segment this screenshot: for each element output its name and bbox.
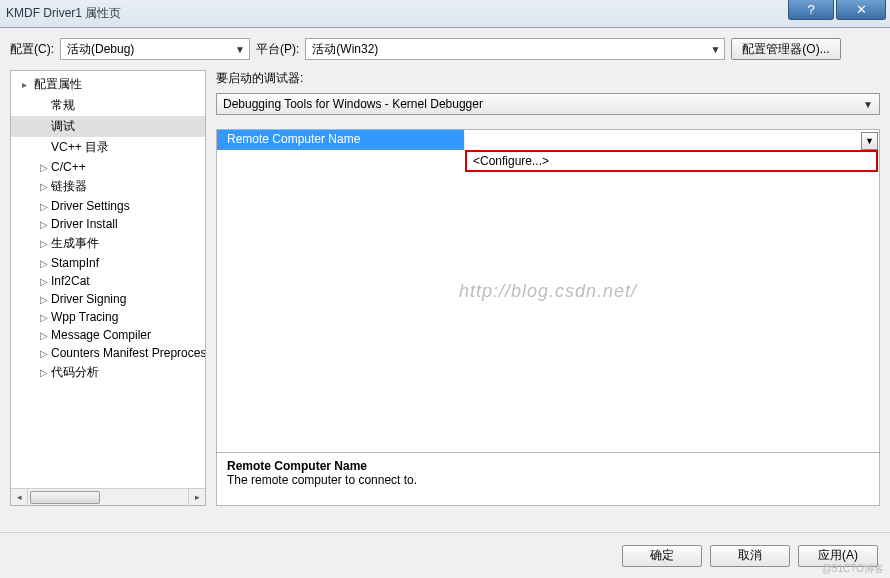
tree-item-label: 代码分析 (51, 365, 99, 379)
tree-item[interactable]: ▷StampInf (11, 254, 205, 272)
debugger-label: 要启动的调试器: (216, 70, 880, 87)
debugger-value: Debugging Tools for Windows - Kernel Deb… (223, 97, 483, 111)
chevron-right-icon: ▷ (39, 162, 49, 173)
chevron-down-icon: ▼ (710, 44, 720, 55)
platform-label: 平台(P): (256, 41, 299, 58)
right-panel: 要启动的调试器: Debugging Tools for Windows - K… (216, 70, 880, 506)
platform-select[interactable]: 活动(Win32) ▼ (305, 38, 725, 60)
tree-item-label: VC++ 目录 (51, 140, 109, 154)
config-manager-label: 配置管理器(O)... (742, 41, 829, 58)
help-desc: The remote computer to connect to. (227, 473, 869, 487)
help-box: Remote Computer Name The remote computer… (216, 452, 880, 506)
chevron-down-icon: ▼ (235, 44, 245, 55)
tree-item[interactable]: VC++ 目录 (11, 137, 205, 158)
tree-item-label: C/C++ (51, 160, 86, 174)
tree-item[interactable]: ▷Wpp Tracing (11, 308, 205, 326)
titlebar-buttons: ? ✕ (788, 0, 890, 27)
tree-item[interactable]: ▷Counters Manifest Preprocessor (11, 344, 205, 362)
grid-row-value-cell[interactable]: ▼ (465, 130, 879, 150)
apply-button[interactable]: 应用(A) (798, 545, 878, 567)
help-icon: ? (807, 2, 814, 17)
tree-item[interactable]: ▷Driver Settings (11, 197, 205, 215)
tree-item-label: Inf2Cat (51, 274, 90, 288)
tree-item[interactable]: ▷Inf2Cat (11, 272, 205, 290)
titlebar: KMDF Driver1 属性页 ? ✕ (0, 0, 890, 28)
tree-root-label: 配置属性 (34, 77, 82, 91)
apply-label: 应用(A) (818, 547, 858, 564)
tree-root[interactable]: ▸ 配置属性 (11, 74, 205, 95)
tree-item[interactable]: ▷Driver Install (11, 215, 205, 233)
property-grid: Remote Computer Name ▼ <Configure...> ht… (216, 129, 880, 453)
close-icon: ✕ (856, 2, 867, 17)
tree: ▸ 配置属性 常规调试VC++ 目录▷C/C++▷链接器▷Driver Sett… (11, 71, 205, 488)
chevron-right-icon: ▷ (39, 238, 49, 249)
tree-item-label: Driver Settings (51, 199, 130, 213)
config-select[interactable]: 活动(Debug) ▼ (60, 38, 250, 60)
chevron-right-icon: ▷ (39, 294, 49, 305)
help-title: Remote Computer Name (227, 459, 869, 473)
tree-item-label: StampInf (51, 256, 99, 270)
config-toolbar: 配置(C): 活动(Debug) ▼ 平台(P): 活动(Win32) ▼ 配置… (0, 28, 890, 70)
window-title: KMDF Driver1 属性页 (6, 5, 121, 22)
tree-item[interactable]: ▷Driver Signing (11, 290, 205, 308)
tree-item-label: Message Compiler (51, 328, 151, 342)
ok-label: 确定 (650, 547, 674, 564)
bottom-button-bar: 确定 取消 应用(A) (0, 532, 890, 578)
config-value: 活动(Debug) (67, 41, 134, 58)
tree-item-label: Counters Manifest Preprocessor (51, 346, 205, 360)
tree-item-label: 调试 (51, 119, 75, 133)
ok-button[interactable]: 确定 (622, 545, 702, 567)
configure-option-label: <Configure...> (473, 154, 549, 168)
cancel-label: 取消 (738, 547, 762, 564)
chevron-down-icon: ▼ (863, 99, 873, 110)
value-dropdown-button[interactable]: ▼ (861, 132, 878, 150)
tree-item[interactable]: 调试 (11, 116, 205, 137)
chevron-right-icon: ▷ (39, 276, 49, 287)
tree-item[interactable]: ▷C/C++ (11, 158, 205, 176)
chevron-right-icon: ▷ (39, 330, 49, 341)
cancel-button[interactable]: 取消 (710, 545, 790, 567)
config-label: 配置(C): (10, 41, 54, 58)
tree-item-label: Wpp Tracing (51, 310, 118, 324)
scroll-thumb[interactable] (30, 491, 100, 504)
tree-item[interactable]: ▷生成事件 (11, 233, 205, 254)
chevron-right-icon: ▷ (39, 367, 49, 378)
tree-item-label: 常规 (51, 98, 75, 112)
chevron-down-icon: ▸ (19, 79, 29, 90)
debugger-row: 要启动的调试器: Debugging Tools for Windows - K… (216, 70, 880, 115)
grid-row-label: Remote Computer Name (217, 130, 465, 150)
tree-item[interactable]: ▷链接器 (11, 176, 205, 197)
help-button[interactable]: ? (788, 0, 834, 20)
tree-horizontal-scrollbar[interactable]: ◂ ▸ (11, 488, 205, 505)
chevron-right-icon: ▷ (39, 219, 49, 230)
watermark: http://blog.csdn.net/ (459, 281, 637, 302)
tree-item[interactable]: ▷Message Compiler (11, 326, 205, 344)
scroll-right-icon[interactable]: ▸ (188, 489, 205, 506)
chevron-right-icon: ▷ (39, 181, 49, 192)
chevron-right-icon: ▷ (39, 348, 49, 359)
configure-dropdown-option[interactable]: <Configure...> (465, 150, 878, 172)
platform-value: 活动(Win32) (312, 41, 378, 58)
tree-item[interactable]: ▷代码分析 (11, 362, 205, 383)
close-button[interactable]: ✕ (836, 0, 886, 20)
debugger-select[interactable]: Debugging Tools for Windows - Kernel Deb… (216, 93, 880, 115)
content-area: ▸ 配置属性 常规调试VC++ 目录▷C/C++▷链接器▷Driver Sett… (0, 70, 890, 506)
grid-row-remote-computer[interactable]: Remote Computer Name ▼ (217, 130, 879, 150)
tree-item-label: Driver Signing (51, 292, 126, 306)
tree-item-label: 链接器 (51, 179, 87, 193)
tree-item-label: Driver Install (51, 217, 118, 231)
tree-panel: ▸ 配置属性 常规调试VC++ 目录▷C/C++▷链接器▷Driver Sett… (10, 70, 206, 506)
chevron-right-icon: ▷ (39, 201, 49, 212)
chevron-down-icon: ▼ (865, 136, 874, 146)
tree-item[interactable]: 常规 (11, 95, 205, 116)
scroll-left-icon[interactable]: ◂ (11, 489, 28, 506)
tree-item-label: 生成事件 (51, 236, 99, 250)
config-manager-button[interactable]: 配置管理器(O)... (731, 38, 840, 60)
chevron-right-icon: ▷ (39, 258, 49, 269)
chevron-right-icon: ▷ (39, 312, 49, 323)
